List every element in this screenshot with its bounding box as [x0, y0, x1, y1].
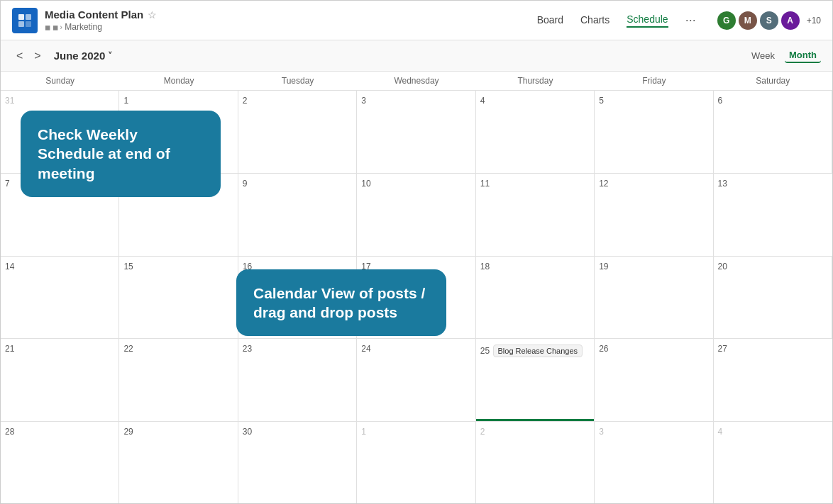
cell-jul-3[interactable]: 3 — [595, 422, 713, 504]
date-10: 10 — [361, 179, 370, 189]
date-5: 5 — [599, 96, 604, 106]
cell-jun-16[interactable]: 16 — [238, 257, 357, 339]
calendar: Sunday Monday Tuesday Wednesday Thursday… — [1, 72, 832, 504]
green-indicator-bar — [476, 419, 594, 421]
cell-jun-9[interactable]: 9 — [238, 174, 357, 256]
date-11: 11 — [480, 179, 490, 189]
cell-may-31[interactable]: 31 — [1, 91, 119, 173]
date-14: 14 — [5, 262, 14, 271]
date-25: 25 — [480, 346, 490, 356]
cell-jun-6[interactable]: 6 — [714, 91, 832, 173]
calendar-row-3: 21 22 23 24 25 Blog Release Changes 26 2… — [1, 339, 832, 422]
day-header-saturday: Saturday — [714, 72, 832, 90]
day-header-friday: Friday — [595, 72, 713, 90]
date-16: 16 — [243, 262, 252, 271]
cell-jun-19[interactable]: 19 — [595, 257, 713, 339]
event-blog-release[interactable]: Blog Release Changes — [493, 345, 583, 357]
date-9: 9 — [243, 179, 248, 189]
avatar-group: G M S A +10 — [719, 10, 821, 31]
cell-jun-26[interactable]: 26 — [595, 339, 713, 421]
nav-charts[interactable]: Charts — [580, 14, 609, 27]
date-jul4: 4 — [718, 427, 723, 437]
date-jul2: 2 — [480, 427, 485, 437]
nav-more-icon[interactable]: ··· — [685, 13, 696, 28]
cell-jun-5[interactable]: 5 — [595, 91, 713, 173]
date-27: 27 — [718, 344, 727, 354]
view-toggle: Week Month — [747, 48, 821, 63]
cell-jul-2[interactable]: 2 — [476, 422, 595, 504]
cell-jun-30[interactable]: 30 — [238, 422, 357, 504]
svg-rect-0 — [18, 14, 24, 20]
calendar-row-0: 31 1 2 3 4 5 6 Check Weekly Schedule at — [1, 91, 832, 174]
cell-jun-8[interactable]: 8 — [119, 174, 238, 256]
calendar-toolbar: < > June 2020 ˅ Week Month — [1, 40, 832, 72]
day-header-thursday: Thursday — [476, 72, 595, 90]
cell-jun-20[interactable]: 20 — [714, 257, 832, 339]
cell-jun-7[interactable]: 7 — [1, 174, 119, 256]
date-13: 13 — [718, 179, 727, 189]
svg-rect-2 — [18, 21, 24, 27]
cell-jun-28[interactable]: 28 — [1, 422, 119, 504]
nav-board[interactable]: Board — [537, 14, 563, 27]
cell-jun-21[interactable]: 21 — [1, 339, 119, 421]
main-nav: Board Charts Schedule ··· — [537, 13, 696, 28]
avatar-3: S — [758, 10, 780, 31]
cell-jun-27[interactable]: 27 — [714, 339, 832, 421]
cell-jun-22[interactable]: 22 — [119, 339, 238, 421]
header-title-area: Media Content Plan ☆ ◼ ◼ › Marketing — [45, 9, 514, 32]
calendar-row-1: 7 8 9 10 11 12 13 — [1, 174, 832, 257]
month-selector[interactable]: June 2020 ˅ — [54, 50, 113, 62]
week-view-button[interactable]: Week — [747, 49, 779, 62]
cell-jun-4[interactable]: 4 — [476, 91, 595, 173]
date-jul1: 1 — [361, 427, 366, 437]
date-15: 15 — [123, 262, 133, 271]
day-header-sunday: Sunday — [1, 72, 119, 90]
date-jul3: 3 — [599, 427, 604, 437]
cell-jun-17[interactable]: 17 — [357, 257, 475, 339]
cell-jun-10[interactable]: 10 — [357, 174, 475, 256]
prev-month-button[interactable]: < — [12, 48, 27, 64]
avatar-overflow-count: +10 — [807, 16, 821, 26]
cell-jun-18[interactable]: 18 — [476, 257, 595, 339]
cell-jun-12[interactable]: 12 — [595, 174, 713, 256]
date-26: 26 — [599, 344, 608, 354]
date-23: 23 — [243, 344, 252, 354]
date-7: 7 — [5, 179, 10, 189]
cell-jul-4[interactable]: 4 — [714, 422, 832, 504]
avatar-2: M — [737, 10, 758, 31]
cell-jun-25[interactable]: 25 Blog Release Changes — [476, 339, 595, 421]
date-19: 19 — [599, 262, 608, 271]
date-2: 2 — [243, 96, 248, 106]
calendar-day-headers: Sunday Monday Tuesday Wednesday Thursday… — [1, 72, 832, 91]
day-header-tuesday: Tuesday — [238, 72, 357, 90]
cell-jun-15[interactable]: 15 — [119, 257, 238, 339]
cell-jul-1[interactable]: 1 — [357, 422, 475, 504]
svg-rect-1 — [26, 14, 31, 20]
project-title: Media Content Plan — [45, 9, 143, 21]
cell-jun-13[interactable]: 13 — [714, 174, 832, 256]
date-1: 1 — [123, 96, 128, 106]
cell-jun-1[interactable]: 1 — [119, 91, 238, 173]
date-22: 22 — [123, 344, 133, 354]
cell-jun-23[interactable]: 23 — [238, 339, 357, 421]
calendar-body: 31 1 2 3 4 5 6 Check Weekly Schedule at — [1, 91, 832, 504]
avatar-1: G — [716, 10, 737, 31]
month-view-button[interactable]: Month — [785, 48, 821, 63]
date-12: 12 — [599, 179, 608, 189]
day-header-monday: Monday — [119, 72, 238, 90]
app-header: Media Content Plan ☆ ◼ ◼ › Marketing Boa… — [1, 1, 832, 40]
cell-jun-24[interactable]: 24 — [357, 339, 475, 421]
day-header-wednesday: Wednesday — [357, 72, 475, 90]
cell-jun-3[interactable]: 3 — [357, 91, 475, 173]
cell-jun-11[interactable]: 11 — [476, 174, 595, 256]
month-nav-arrows: < > — [12, 48, 45, 64]
date-30: 30 — [243, 427, 252, 437]
cell-jun-29[interactable]: 29 — [119, 422, 238, 504]
nav-schedule[interactable]: Schedule — [627, 13, 668, 28]
star-icon[interactable]: ☆ — [148, 9, 157, 21]
cell-jun-14[interactable]: 14 — [1, 257, 119, 339]
next-month-button[interactable]: > — [30, 48, 45, 64]
date-6: 6 — [718, 96, 723, 106]
cell-jun-2[interactable]: 2 — [238, 91, 357, 173]
date-may31: 31 — [5, 96, 14, 106]
